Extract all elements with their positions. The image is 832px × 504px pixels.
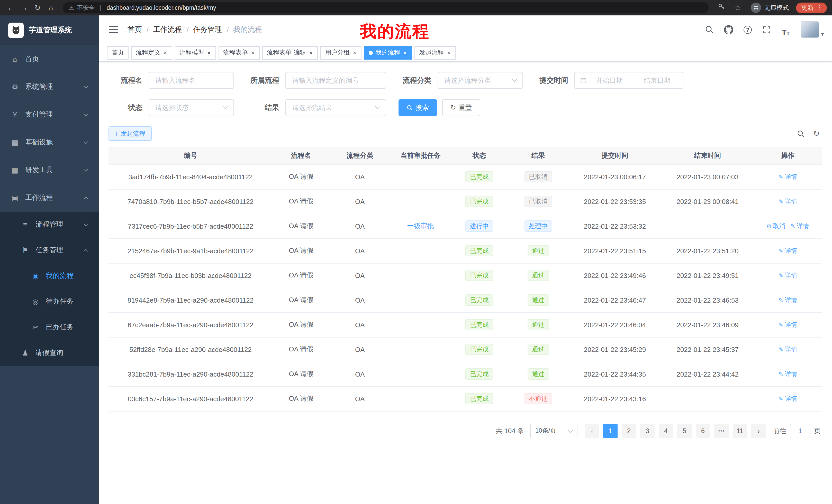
sidebar-item-label: 流程管理 xyxy=(35,220,63,229)
tab-start-process[interactable]: 发起流程× xyxy=(414,46,456,59)
process-name-input[interactable] xyxy=(149,72,234,89)
cell-process-name: OA 请假 xyxy=(272,312,330,337)
breadcrumb-item[interactable]: 任务管理 xyxy=(193,25,222,34)
browser-forward-icon[interactable]: → xyxy=(19,0,30,16)
create-process-button[interactable]: + 发起流程 xyxy=(108,127,151,141)
current-task-link[interactable]: 一级审批 xyxy=(407,222,434,230)
cell-current-task xyxy=(390,263,451,288)
detail-action-link[interactable]: ✎详情 xyxy=(779,172,797,181)
page-button-3[interactable]: 3 xyxy=(640,424,655,438)
tab-label: 我的流程 xyxy=(375,48,400,57)
detail-action-link[interactable]: ✎详情 xyxy=(779,197,797,206)
sidebar-item-leave-query[interactable]: ♟请假查询 xyxy=(0,340,99,366)
goto-page-input[interactable] xyxy=(790,424,810,438)
hide-search-icon[interactable] xyxy=(797,130,805,137)
detail-action-link[interactable]: ✎详情 xyxy=(779,271,797,280)
detail-action-link[interactable]: ✎详情 xyxy=(779,320,797,329)
prev-page-button[interactable]: ‹ xyxy=(585,424,599,438)
detail-action-link[interactable]: ✎详情 xyxy=(779,370,797,379)
browser-menu-icon[interactable]: ⋮ xyxy=(815,4,824,11)
detail-action-link[interactable]: ✎详情 xyxy=(779,246,797,255)
font-size-icon[interactable]: TT xyxy=(780,23,792,36)
reset-button[interactable]: ↻ 重置 xyxy=(442,99,480,116)
app-title: 芋道管理系统 xyxy=(29,26,72,35)
next-page-button[interactable]: › xyxy=(751,424,766,438)
search-icon[interactable] xyxy=(703,23,716,36)
page-button-1[interactable]: 1 xyxy=(603,424,618,438)
github-icon[interactable] xyxy=(723,23,735,36)
detail-action-link[interactable]: ✎详情 xyxy=(779,394,797,403)
cell-current-task xyxy=(390,189,451,214)
help-icon[interactable]: ? xyxy=(742,23,754,36)
close-icon[interactable]: × xyxy=(352,50,357,56)
result-badge: 已取消 xyxy=(524,171,552,183)
page-button-4[interactable]: 4 xyxy=(659,424,673,438)
sidebar-item-home[interactable]: ⌂首页 xyxy=(0,45,99,73)
tab-process-definition[interactable]: 流程定义× xyxy=(131,46,172,59)
sidebar-item-workflow[interactable]: ▣工作流程 xyxy=(0,184,99,212)
tab-process-form-edit[interactable]: 流程表单-编辑× xyxy=(262,46,318,59)
tab-process-form[interactable]: 流程表单× xyxy=(218,46,260,59)
status-select[interactable]: 请选择状态 xyxy=(149,99,234,116)
address-bar[interactable]: ⚠ 不安全 dashboard.yudao.iocoder.cn/bpm/tas… xyxy=(63,2,709,13)
update-button[interactable]: 更新 ⋮ xyxy=(796,2,827,13)
password-key-icon[interactable] xyxy=(716,0,727,16)
refresh-icon[interactable]: ↻ xyxy=(813,129,820,138)
status-badge: 已完成 xyxy=(465,171,493,183)
sidebar-item-infrastructure[interactable]: ▤基础设施 xyxy=(0,129,99,156)
detail-action-link[interactable]: ✎详情 xyxy=(779,345,797,354)
page-ellipsis[interactable]: ••• xyxy=(714,424,729,438)
close-icon[interactable]: × xyxy=(207,50,211,56)
close-icon[interactable]: × xyxy=(163,50,167,56)
close-icon[interactable]: × xyxy=(402,50,407,56)
close-icon[interactable]: × xyxy=(251,50,255,56)
category-select[interactable]: 请选择流程分类 xyxy=(438,72,523,89)
cancel-action-link[interactable]: ⊘取消 xyxy=(767,222,785,230)
url-text[interactable]: dashboard.yudao.iocoder.cn/bpm/task/my xyxy=(107,5,216,11)
sidebar-item-label: 首页 xyxy=(25,54,39,64)
sidebar-item-system-management[interactable]: ⚙系统管理 xyxy=(0,73,99,101)
detail-action-link[interactable]: ✎详情 xyxy=(779,296,797,304)
security-label[interactable]: 不安全 xyxy=(77,4,95,11)
browser-reload-icon[interactable]: ↻ xyxy=(32,0,43,16)
browser-back-icon[interactable]: ← xyxy=(5,0,17,16)
tab-user-group[interactable]: 用户分组× xyxy=(320,46,362,59)
sidebar-item-done-tasks[interactable]: ✂已办任务 xyxy=(0,314,99,340)
chevron-down-icon xyxy=(512,77,517,82)
breadcrumb-item[interactable]: 首页 xyxy=(128,25,142,34)
app-logo[interactable]: 芋道管理系统 xyxy=(0,16,99,45)
breadcrumb-item[interactable]: 工作流程 xyxy=(153,25,182,34)
breadcrumb-separator: / xyxy=(187,25,189,34)
reset-button-label: 重置 xyxy=(459,103,472,112)
sidebar-item-todo-tasks[interactable]: ◎待办任务 xyxy=(0,289,99,314)
bookmark-star-icon[interactable]: ☆ xyxy=(732,0,744,16)
hamburger-icon[interactable] xyxy=(107,23,120,36)
tab-home[interactable]: 首页 xyxy=(107,46,129,59)
page-button-2[interactable]: 2 xyxy=(622,424,636,438)
sidebar-item-dev-tools[interactable]: ▦研发工具 xyxy=(0,156,99,184)
sidebar-item-task-management[interactable]: ⚑任务管理 xyxy=(0,237,99,263)
cell-status: 已完成 xyxy=(451,386,508,411)
parent-process-input[interactable] xyxy=(285,72,386,89)
submit-time-range-picker[interactable]: 开始日期 - 结束日期 xyxy=(574,72,683,89)
detail-action-link[interactable]: ✎详情 xyxy=(790,222,809,230)
sidebar-item-my-process[interactable]: ◉我的流程 xyxy=(0,263,99,289)
page-button-6[interactable]: 6 xyxy=(696,424,710,438)
page-button-5[interactable]: 5 xyxy=(677,424,692,438)
close-icon[interactable]: × xyxy=(309,50,313,56)
tab-process-model[interactable]: 流程模型× xyxy=(175,46,216,59)
user-menu[interactable]: ▾ xyxy=(801,21,824,38)
cell-actions: ✎详情 xyxy=(754,362,822,386)
browser-home-icon[interactable]: ⌂ xyxy=(45,0,57,16)
page-size-select[interactable]: 10条/页 xyxy=(530,424,577,438)
search-button[interactable]: 搜索 xyxy=(398,99,437,116)
result-select[interactable]: 请选择流结果 xyxy=(285,99,386,116)
fullscreen-icon[interactable] xyxy=(760,23,773,36)
tab-my-process[interactable]: 我的流程× xyxy=(364,46,412,59)
sidebar-item-payment-management[interactable]: ¥支付管理 xyxy=(0,101,99,129)
close-icon[interactable]: × xyxy=(446,50,451,56)
sidebar-item-process-management[interactable]: ≡流程管理 xyxy=(0,212,99,237)
incognito-label: 无痕模式 xyxy=(764,3,789,12)
page-button-11[interactable]: 11 xyxy=(733,424,747,438)
chevron-down-icon xyxy=(568,428,573,433)
